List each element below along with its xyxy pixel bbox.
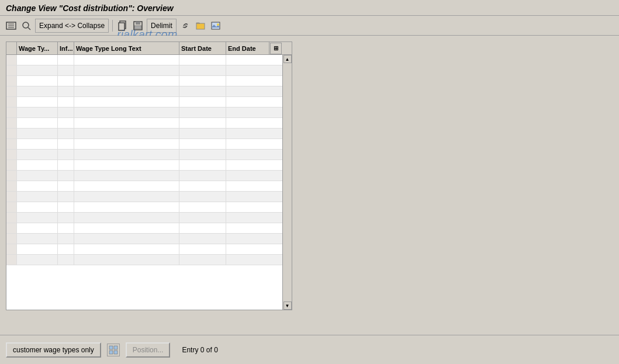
table-cell-3: [74, 213, 179, 223]
table-row[interactable]: [6, 181, 292, 192]
table-cell-2: [58, 108, 74, 117]
toolbar-icon-image[interactable]: [209, 19, 222, 32]
scrollbar[interactable]: ▲ ▼: [282, 55, 292, 310]
table-cell-1: [17, 86, 58, 96]
table-cell-0: [6, 202, 17, 212]
table-cell-4: [179, 202, 226, 212]
table-cell-1: [17, 160, 58, 170]
table-row[interactable]: [6, 108, 292, 118]
table-cell-2: [58, 86, 74, 96]
table-cell-4: [179, 139, 226, 149]
table-cell-4: [179, 76, 226, 86]
settings-icon: [6, 20, 16, 31]
table-cell-5: [226, 139, 269, 149]
table-cell-2: [58, 97, 74, 107]
table-cell-4: [179, 108, 226, 117]
table-row[interactable]: [6, 213, 292, 223]
table-cell-3: [74, 223, 179, 233]
table-cell-5: [226, 108, 269, 117]
table-cell-2: [58, 244, 74, 254]
scroll-up-button[interactable]: ▲: [283, 55, 292, 63]
table-cell-5: [226, 65, 269, 75]
delimit-button[interactable]: Delimit: [147, 19, 177, 33]
table-row[interactable]: [6, 223, 292, 234]
table-cell-2: [58, 181, 74, 191]
table-row[interactable]: [6, 171, 292, 181]
table-cell-0: [6, 255, 17, 265]
table-cell-3: [74, 181, 179, 191]
save-icon: [133, 20, 143, 31]
table-cell-3: [74, 192, 179, 202]
svg-rect-13: [212, 22, 220, 29]
table-cell-0: [6, 118, 17, 128]
table-cell-2: [58, 160, 74, 170]
table-row[interactable]: [6, 150, 292, 160]
table-cell-0: [6, 244, 17, 254]
table-cell-1: [17, 108, 58, 117]
table-cell-4: [179, 255, 226, 265]
toolbar-icon-2[interactable]: [20, 19, 33, 32]
table-row[interactable]: [6, 160, 292, 171]
toolbar-icon-link[interactable]: [179, 19, 192, 32]
table-cell-3: [74, 255, 179, 265]
table-cell-3: [74, 234, 179, 244]
toolbar-icon-1[interactable]: [5, 19, 18, 32]
svg-line-5: [28, 27, 30, 30]
table-cell-0: [6, 139, 17, 149]
table-row[interactable]: [6, 139, 292, 150]
expand-collapse-button[interactable]: Expand <-> Collapse: [35, 19, 109, 33]
col-header-wagelong: Wage Type Long Text: [74, 42, 179, 54]
toolbar-icon-folder[interactable]: [194, 19, 207, 32]
table-cell-0: [6, 86, 17, 96]
table-row[interactable]: [6, 86, 292, 97]
svg-rect-17: [114, 346, 117, 349]
scroll-down-button[interactable]: ▼: [283, 301, 292, 310]
table-cell-4: [179, 223, 226, 233]
col-header-settings[interactable]: ⊞: [269, 42, 282, 54]
table-row[interactable]: [6, 65, 292, 76]
svg-rect-7: [119, 23, 125, 30]
table-row[interactable]: [6, 97, 292, 108]
table-cell-0: [6, 65, 17, 75]
table-cell-3: [74, 118, 179, 128]
table-row[interactable]: [6, 244, 292, 255]
bottom-icon[interactable]: [107, 344, 120, 356]
svg-rect-19: [114, 351, 117, 354]
table-row[interactable]: [6, 118, 292, 129]
table-cell-4: [179, 55, 226, 65]
table-cell-0: [6, 150, 17, 160]
table-cell-5: [226, 150, 269, 160]
table-cell-0: [6, 76, 17, 86]
table-cell-3: [74, 108, 179, 117]
table-cell-3: [74, 171, 179, 181]
table-cell-0: [6, 129, 17, 138]
table-cell-1: [17, 255, 58, 265]
table-cell-3: [74, 55, 179, 65]
table-cell-2: [58, 55, 74, 65]
table-cell-1: [17, 171, 58, 181]
table-cell-3: [74, 202, 179, 212]
table-row[interactable]: [6, 55, 292, 65]
table-cell-1: [17, 139, 58, 149]
table-settings-icon[interactable]: ⊞: [270, 43, 282, 54]
table-cell-0: [6, 234, 17, 244]
table-cell-3: [74, 97, 179, 107]
table-cell-4: [179, 181, 226, 191]
table-cell-5: [226, 129, 269, 138]
table-row[interactable]: [6, 76, 292, 86]
table-cell-5: [226, 213, 269, 223]
table-cell-0: [6, 97, 17, 107]
delimit-label: Delimit: [151, 22, 172, 30]
table-row[interactable]: [6, 192, 292, 202]
toolbar-icon-save[interactable]: [132, 19, 144, 32]
table-cell-5: [226, 255, 269, 265]
toolbar-icon-copy[interactable]: [116, 19, 129, 32]
customer-wage-types-button[interactable]: customer wage types only: [6, 342, 101, 358]
table-row[interactable]: [6, 255, 292, 265]
table-row[interactable]: [6, 202, 292, 213]
table-row[interactable]: [6, 234, 292, 244]
copy-icon: [117, 20, 128, 31]
position-button[interactable]: Position...: [126, 342, 171, 358]
table-row[interactable]: [6, 129, 292, 139]
table-cell-3: [74, 244, 179, 254]
